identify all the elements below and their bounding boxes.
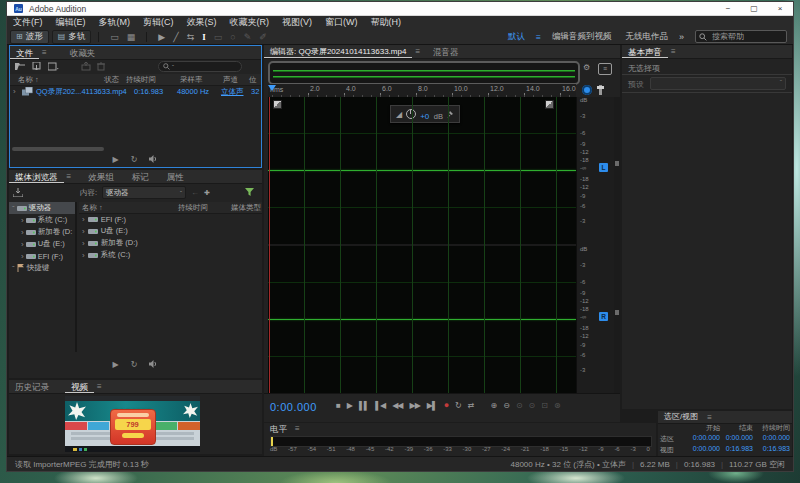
record-button[interactable]: ● (444, 400, 448, 410)
skip-to-end-button[interactable]: ▶▌ (427, 401, 437, 410)
stop-button[interactable]: ■ (336, 401, 340, 410)
workspace-menu-icon[interactable]: ≡ (536, 32, 541, 42)
settings-icon[interactable]: ⚙ (583, 63, 590, 72)
new-container-icon[interactable] (48, 62, 59, 71)
marquee-selection-tool[interactable]: ▭ (214, 30, 223, 44)
selection-panel-menu-icon[interactable]: ≡ (704, 413, 715, 422)
files-column-header[interactable]: 采样率 (180, 75, 203, 85)
display-options-icon[interactable]: ≡ (598, 63, 612, 75)
media-tree-item[interactable]: ›系统 (C:) (9, 214, 75, 226)
filter-funnel-icon[interactable] (245, 188, 254, 197)
spot-healing-brush-tool[interactable]: ✐ (259, 30, 267, 44)
time-display[interactable]: 0:00.000 (270, 401, 317, 413)
levels-panel-menu-icon[interactable]: ≡ (292, 424, 303, 433)
tab-effects-rack[interactable]: 效果组 (82, 171, 120, 183)
show-spectral-button[interactable]: ▦ (127, 30, 136, 44)
close-button[interactable]: × (767, 2, 793, 15)
lasso-selection-tool[interactable]: ○ (230, 30, 235, 44)
view-start[interactable]: 0:00.000 (682, 445, 720, 455)
waveform-display[interactable]: ◢ +0 dB (268, 97, 576, 393)
files-panel-menu-icon[interactable]: ≡ (39, 48, 50, 57)
fast-forward-button[interactable]: ▶▶ (409, 401, 419, 410)
speaker-icon[interactable] (149, 360, 158, 368)
play-button[interactable]: ▶ (347, 401, 352, 410)
time-selection-tool[interactable]: I (202, 30, 206, 44)
tab-essential-sound[interactable]: 基本声音 (622, 46, 668, 58)
workspace-default[interactable]: 默认 (508, 31, 525, 43)
files-column-header[interactable]: 持续时间 (126, 75, 156, 85)
loop-playback-button[interactable]: ↻ (455, 401, 461, 410)
media-list-item[interactable]: ›系统 (C:) (79, 249, 262, 261)
media-tree-item[interactable]: ˇ快捷键 (9, 262, 75, 274)
slip-tool[interactable]: ⇆ (187, 30, 195, 44)
open-folder-icon[interactable] (15, 62, 26, 71)
zoom-in-horizontal-button[interactable]: ⊕ (490, 401, 496, 410)
media-list-item[interactable]: ›U盘 (E:) (79, 225, 262, 237)
fade-out-handle[interactable] (545, 100, 554, 109)
media-list-item[interactable]: ›新加卷 (D:) (79, 237, 262, 249)
minimize-button[interactable]: − (715, 2, 741, 15)
file-channels[interactable]: 立体声 (221, 87, 244, 97)
tree-caret-icon[interactable]: › (21, 240, 24, 249)
menu-item[interactable]: 文件(F) (13, 16, 43, 29)
overview-navigator[interactable] (268, 61, 580, 85)
tab-favorites[interactable]: 收藏夹 (64, 47, 102, 59)
tab-media-browser[interactable]: 媒体浏览器 (9, 171, 64, 183)
hud-volume-control[interactable]: ◢ +0 dB (390, 105, 460, 123)
help-search-input[interactable] (710, 31, 776, 42)
hud-gain-value[interactable]: +0 (420, 112, 429, 121)
tab-properties[interactable]: 属性 (161, 171, 190, 183)
tree-caret-icon[interactable]: › (21, 228, 24, 237)
content-select[interactable]: 驱动器 ˇ (102, 186, 186, 199)
tree-caret-icon[interactable]: ˇ (12, 204, 15, 213)
import-tray-icon[interactable] (13, 188, 23, 197)
workspace-overflow-chevron[interactable]: » (679, 32, 684, 42)
menu-item[interactable]: 视图(V) (282, 16, 312, 29)
menu-item[interactable]: 窗口(W) (325, 16, 358, 29)
files-column-header[interactable]: 状态 (104, 75, 119, 85)
file-name[interactable]: QQ录屏202...4113633.mp4 (36, 87, 127, 97)
media-tree-item[interactable]: ˇ驱动器 (9, 202, 75, 214)
timeline-ruler[interactable]: hms 2.04.06.08.010.012.014.016.0 (268, 84, 576, 98)
amplitude-ruler[interactable]: L R dB-3-6-9-12-18-∞-18-12-9-6-3dB-3-6-9… (576, 97, 615, 393)
playhead-marker[interactable] (268, 85, 276, 91)
essential-panel-menu-icon[interactable]: ≡ (668, 47, 679, 56)
media-column-header[interactable]: 媒体类型 (231, 203, 261, 213)
video-panel-menu-icon[interactable]: ≡ (94, 382, 105, 391)
razor-tool[interactable]: ╱ (173, 30, 178, 44)
help-search-box[interactable] (695, 30, 787, 43)
preview-play-icon[interactable]: ▶ (113, 360, 119, 369)
row-caret-icon[interactable]: › (13, 87, 16, 96)
zoom-reset-button[interactable]: ⊛ (554, 401, 560, 410)
files-column-header[interactable]: 声道 (223, 75, 238, 85)
file-row[interactable]: › QQ录屏202...4113633.mp4 0:16.983 48000 H… (10, 85, 261, 98)
move-tool[interactable]: ▶ (158, 30, 165, 44)
tree-caret-icon[interactable]: › (21, 216, 24, 225)
selection-start[interactable]: 0:00.000 (682, 434, 720, 444)
files-search-box[interactable]: ˇ (158, 61, 242, 72)
paintbrush-selection-tool[interactable]: ✎ (244, 30, 252, 44)
zoom-out-horizontal-button[interactable]: ⊖ (503, 401, 509, 410)
tab-files[interactable]: 文件 (10, 47, 39, 59)
media-tree-item[interactable]: ›U盘 (E:) (9, 238, 75, 250)
preview-loop-icon[interactable]: ↻ (131, 155, 138, 164)
menu-item[interactable]: 多轨(M) (99, 16, 131, 29)
maximize-button[interactable]: ▢ (741, 2, 767, 15)
media-column-header[interactable]: 名称 ↑ (82, 203, 103, 213)
selection-duration[interactable]: 0:00.000 (753, 434, 790, 444)
zoom-selection-button[interactable]: ⊡ (541, 401, 547, 410)
tree-caret-icon[interactable]: › (21, 252, 24, 261)
list-caret-icon[interactable]: › (82, 239, 85, 248)
editor-panel-menu-icon[interactable]: ≡ (412, 47, 423, 56)
workspace-item[interactable]: 编辑音频到视频 (552, 31, 612, 43)
level-fader-icon[interactable] (599, 85, 602, 95)
selection-end[interactable]: 0:00.000 (720, 434, 753, 444)
list-caret-icon[interactable]: › (82, 251, 85, 260)
preview-play-icon[interactable]: ▶ (113, 155, 119, 164)
tab-editor[interactable]: 编辑器: QQ录屏20241014113633.mp4 (264, 46, 412, 58)
view-duration[interactable]: 0:16.983 (753, 445, 790, 455)
workspace-item[interactable]: 无线电作品 (625, 31, 668, 43)
files-column-header[interactable]: 位 (249, 75, 257, 85)
tab-markers[interactable]: 标记 (126, 171, 155, 183)
zoom-out-full-button[interactable]: ⊙ (529, 401, 535, 410)
